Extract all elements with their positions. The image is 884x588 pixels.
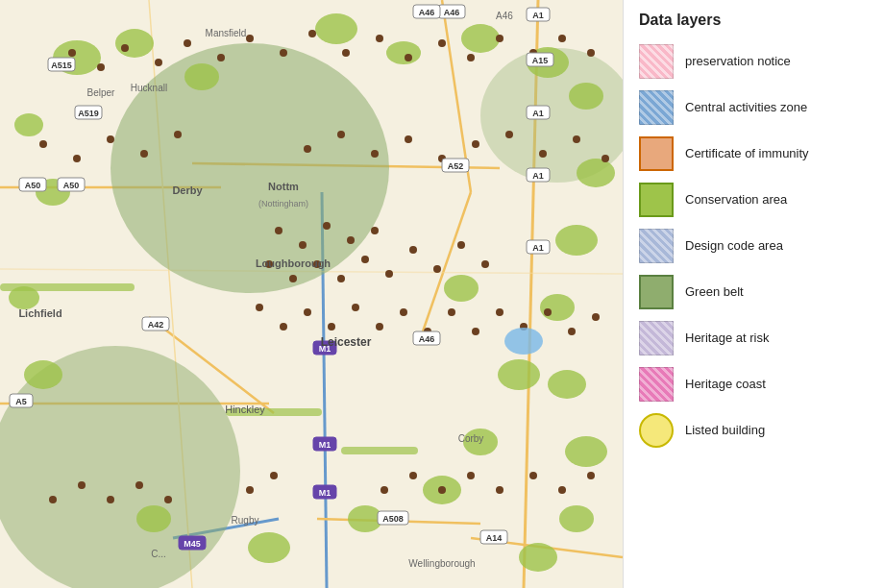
svg-point-87 xyxy=(337,275,345,282)
legend-item-conservation-area: Conservation area xyxy=(639,181,869,219)
legend-label-heritage-coast: Heritage coast xyxy=(685,377,766,393)
svg-point-121 xyxy=(529,472,537,479)
legend-swatch-conservation-area xyxy=(639,183,674,217)
svg-point-50 xyxy=(184,39,191,47)
svg-point-26 xyxy=(555,225,598,256)
svg-text:(Nottingham): (Nottingham) xyxy=(258,199,308,208)
svg-point-102 xyxy=(448,308,455,316)
svg-point-91 xyxy=(433,265,441,273)
svg-point-52 xyxy=(246,35,254,42)
legend-label-certificate-of-immunity: Certificate of immunity xyxy=(685,146,809,162)
map-area[interactable]: A1 A15 A1 A1 A1 A46 A46 A46 A52 A50 A50 … xyxy=(0,0,623,588)
svg-point-115 xyxy=(270,472,278,479)
svg-text:Hinckley: Hinckley xyxy=(225,404,265,415)
svg-text:A15: A15 xyxy=(532,56,549,65)
svg-point-94 xyxy=(256,304,263,311)
svg-point-74 xyxy=(472,140,479,148)
legend-swatch-central-activities-zone xyxy=(639,90,674,125)
legend-swatch-design-code-area xyxy=(639,229,674,263)
legend-item-certificate-of-immunity: Certificate of immunity xyxy=(639,135,869,173)
svg-text:A52: A52 xyxy=(448,161,464,171)
svg-point-31 xyxy=(519,543,557,572)
svg-point-21 xyxy=(386,41,421,64)
svg-point-85 xyxy=(289,275,297,282)
svg-point-92 xyxy=(457,241,465,249)
svg-text:A42: A42 xyxy=(148,320,164,330)
svg-text:Loughborough: Loughborough xyxy=(256,257,331,269)
legend-swatch-green-belt xyxy=(639,275,674,309)
svg-point-99 xyxy=(376,323,383,331)
svg-point-18 xyxy=(115,29,154,58)
svg-point-47 xyxy=(97,63,105,71)
svg-text:A46: A46 xyxy=(496,11,513,21)
svg-point-51 xyxy=(217,54,225,61)
legend-swatch-certificate-of-immunity xyxy=(639,136,674,171)
svg-point-96 xyxy=(304,308,311,316)
svg-point-72 xyxy=(405,135,412,143)
svg-point-25 xyxy=(577,159,615,187)
svg-point-108 xyxy=(592,313,600,321)
svg-point-70 xyxy=(337,131,345,138)
legend-panel: Data layers preservation noticeCentral a… xyxy=(623,0,884,588)
legend-label-design-code-area: Design code area xyxy=(685,238,783,255)
svg-point-119 xyxy=(467,472,475,479)
svg-point-69 xyxy=(304,145,311,153)
svg-text:A1: A1 xyxy=(532,109,544,118)
svg-point-24 xyxy=(569,83,603,110)
svg-point-111 xyxy=(107,496,114,503)
svg-point-97 xyxy=(328,323,335,331)
svg-point-81 xyxy=(323,222,331,230)
svg-point-19 xyxy=(184,63,219,90)
svg-point-68 xyxy=(174,131,182,138)
legend-item-preservation-notice: preservation notice xyxy=(639,42,869,81)
svg-text:C...: C... xyxy=(151,549,166,559)
legend-item-heritage-coast: Heritage coast xyxy=(639,365,869,404)
svg-text:Nottm: Nottm xyxy=(268,181,299,192)
legend-item-central-activities-zone: Central activities zone xyxy=(639,88,869,127)
svg-point-58 xyxy=(438,39,446,47)
legend-swatch-preservation-notice xyxy=(639,44,674,79)
svg-point-116 xyxy=(381,486,388,494)
svg-point-103 xyxy=(472,328,479,335)
legend-items: preservation noticeCentral activities zo… xyxy=(639,42,869,450)
svg-text:Rugby: Rugby xyxy=(232,515,259,526)
svg-point-22 xyxy=(461,24,500,53)
svg-point-112 xyxy=(135,481,143,489)
svg-text:A508: A508 xyxy=(382,514,404,524)
svg-text:Wellingborough: Wellingborough xyxy=(408,558,475,569)
svg-text:M45: M45 xyxy=(184,539,201,549)
svg-point-89 xyxy=(385,270,393,278)
svg-point-82 xyxy=(347,236,355,244)
svg-point-107 xyxy=(568,328,576,335)
svg-text:A1: A1 xyxy=(532,11,544,20)
svg-text:A46: A46 xyxy=(419,8,435,17)
legend-label-preservation-notice: preservation notice xyxy=(685,54,791,70)
svg-text:A1: A1 xyxy=(532,171,544,181)
svg-point-77 xyxy=(573,135,580,143)
svg-point-63 xyxy=(587,49,595,57)
legend-swatch-heritage-at-risk xyxy=(639,321,674,355)
svg-point-123 xyxy=(587,472,595,479)
svg-point-79 xyxy=(275,227,282,234)
svg-point-41 xyxy=(498,359,540,390)
svg-point-75 xyxy=(505,131,513,138)
svg-text:Belper: Belper xyxy=(87,87,116,98)
svg-point-46 xyxy=(68,49,76,57)
svg-text:Lichfield: Lichfield xyxy=(18,307,61,319)
svg-point-118 xyxy=(438,486,446,494)
svg-point-117 xyxy=(409,472,417,479)
legend-item-listed-building: Listed building xyxy=(639,411,869,450)
svg-text:Leicester: Leicester xyxy=(321,335,372,349)
map-canvas: A1 A15 A1 A1 A1 A46 A46 A46 A52 A50 A50 … xyxy=(0,0,623,588)
legend-item-design-code-area: Design code area xyxy=(639,227,869,265)
svg-point-30 xyxy=(559,505,594,532)
svg-point-59 xyxy=(467,54,475,61)
svg-text:A1: A1 xyxy=(532,243,544,253)
svg-text:Mansfield: Mansfield xyxy=(206,28,247,38)
svg-point-80 xyxy=(299,241,307,249)
svg-point-57 xyxy=(405,54,412,61)
svg-text:A515: A515 xyxy=(51,61,72,70)
svg-point-53 xyxy=(280,49,287,57)
svg-text:A14: A14 xyxy=(486,533,503,543)
svg-point-48 xyxy=(121,44,129,52)
